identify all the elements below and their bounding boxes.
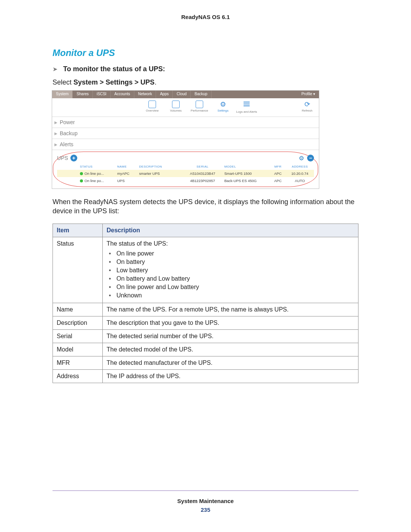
col-name: NAME: [115, 163, 137, 170]
ups-label: UPS: [57, 155, 68, 161]
panel-backup[interactable]: ▶ Backup: [52, 128, 319, 139]
info-desc: The detected serial number of the UPS.: [103, 329, 358, 343]
info-desc: The detected manufacturer of the UPS.: [103, 356, 358, 369]
logs-label: Logs and Alerts: [236, 110, 257, 113]
info-th-desc: Description: [103, 224, 358, 237]
status-bullets: On line power On battery Low battery On …: [107, 249, 354, 300]
tab-apps[interactable]: Apps: [156, 91, 173, 98]
ups-section: UPS + ⚙ − STATUS NAME DESCRIPTION SERIAL…: [53, 152, 318, 187]
tab-cloud[interactable]: Cloud: [173, 91, 191, 98]
bullet-item: On line power and Low battery: [107, 283, 354, 291]
tab-backup[interactable]: Backup: [191, 91, 211, 98]
footer-page-number: 235: [53, 506, 358, 513]
info-desc: The IP address of the UPS.: [103, 369, 358, 383]
panel-power-label: Power: [60, 119, 75, 125]
caret-right-icon: ▶: [54, 142, 57, 147]
section-title: Monitor a UPS: [53, 48, 358, 58]
info-row: Address The IP address of the UPS.: [53, 369, 358, 383]
info-item: MFR: [53, 356, 103, 369]
tab-iscsi[interactable]: iSCSI: [93, 91, 111, 98]
ups-table: STATUS NAME DESCRIPTION SERIAL MODEL MFR…: [57, 163, 314, 184]
task-text: To monitor the status of a UPS:: [63, 65, 165, 73]
ups-row-description: [137, 177, 183, 184]
col-serial: SERIAL: [183, 163, 222, 170]
panel-power[interactable]: ▶ Power: [52, 117, 319, 128]
ups-row[interactable]: On line po... UPS 4B1223P02857 Back-UPS …: [57, 177, 314, 184]
ups-row-name: myAPC: [115, 170, 137, 177]
ups-table-header-row: STATUS NAME DESCRIPTION SERIAL MODEL MFR…: [57, 163, 314, 170]
ups-row-serial: AS1043123B47: [183, 170, 222, 177]
refresh-label: Refresh: [302, 109, 312, 112]
info-item: Status: [53, 237, 103, 303]
bullet-item: On battery and Low battery: [107, 275, 354, 283]
ups-header: UPS + ⚙ −: [57, 153, 314, 163]
doc-header: ReadyNAS OS 6.1: [53, 14, 358, 20]
info-row: Name The name of the UPS. For a remote U…: [53, 303, 358, 316]
volumes-label: Volumes: [170, 109, 182, 112]
info-item: Name: [53, 303, 103, 316]
overview-label: Overview: [146, 109, 158, 112]
info-row: Description The description that you gav…: [53, 316, 358, 329]
body-paragraph: When the ReadyNAS system detects the UPS…: [53, 197, 358, 216]
info-desc-text: The status of the UPS:: [107, 240, 168, 247]
instruction-line: Select System > Settings > UPS.: [53, 78, 358, 86]
ups-row-name: UPS: [115, 177, 137, 184]
info-desc: The status of the UPS: On line power On …: [103, 237, 358, 303]
overview-icon: [148, 101, 156, 108]
status-dot-icon: [80, 179, 83, 182]
info-table: Item Description Status The status of th…: [53, 224, 358, 383]
refresh-icon: ⟳: [303, 101, 311, 108]
remove-ups-button[interactable]: −: [307, 155, 314, 161]
ups-settings-button[interactable]: ⚙: [299, 155, 304, 162]
col-address: ADDRESS: [286, 163, 314, 170]
caret-right-icon: ▶: [54, 131, 57, 136]
col-description: DESCRIPTION: [137, 163, 183, 170]
ups-row-address: AUTO: [286, 177, 314, 184]
col-model: MODEL: [222, 163, 270, 170]
ups-row-mfr: APC: [270, 170, 286, 177]
ups-row-status: On line po...: [84, 171, 104, 176]
instruction-path: System > Settings > UPS: [73, 78, 155, 86]
col-mfr: MFR: [270, 163, 286, 170]
toolbar-volumes[interactable]: Volumes: [164, 98, 188, 117]
caret-right-icon: ▶: [54, 120, 57, 125]
info-row: MFR The detected manufacturer of the UPS…: [53, 356, 358, 369]
ups-row-model: Smart-UPS 1500: [222, 170, 270, 177]
tab-system[interactable]: System: [52, 91, 73, 98]
performance-label: Performance: [191, 109, 208, 112]
ups-row-serial: 4B1223P02857: [183, 177, 222, 184]
footer-rule: [53, 490, 358, 491]
info-row: Status The status of the UPS: On line po…: [53, 237, 358, 303]
settings-label: Settings: [218, 109, 229, 112]
ups-row-model: Back-UPS ES 450G: [222, 177, 270, 184]
arrow-icon: ➤: [53, 66, 57, 72]
add-ups-button[interactable]: +: [70, 155, 77, 161]
tab-network[interactable]: Network: [134, 91, 156, 98]
profile-menu[interactable]: Profile ▾: [298, 91, 319, 98]
info-item: Address: [53, 369, 103, 383]
bullet-item: Low battery: [107, 266, 354, 275]
ups-row[interactable]: On line po... myAPC smarter UPS AS104312…: [57, 170, 314, 177]
instruction-prefix: Select: [53, 78, 73, 86]
bullet-item: On line power: [107, 249, 354, 258]
toolbar-overview[interactable]: Overview: [140, 98, 164, 117]
bullet-item: On battery: [107, 258, 354, 266]
ups-row-description: smarter UPS: [137, 170, 183, 177]
panel-backup-label: Backup: [60, 130, 78, 136]
performance-icon: [196, 101, 203, 108]
toolbar-performance[interactable]: Performance: [188, 98, 211, 117]
panel-alerts[interactable]: ▶ Alerts: [52, 139, 319, 150]
instruction-suffix: .: [155, 78, 156, 86]
toolbar-logs[interactable]: Logs and Alerts: [235, 98, 258, 117]
tab-shares[interactable]: Shares: [73, 91, 93, 98]
gear-icon: ⚙: [219, 101, 227, 108]
ups-row-status: On line po...: [84, 179, 104, 183]
info-row: Model The detected model of the UPS.: [53, 343, 358, 356]
info-row: Serial The detected serial number of the…: [53, 329, 358, 343]
tab-accounts[interactable]: Accounts: [111, 91, 134, 98]
task-line: ➤ To monitor the status of a UPS:: [53, 65, 358, 73]
info-desc: The detected model of the UPS.: [103, 343, 358, 356]
status-dot-icon: [80, 172, 83, 175]
toolbar-settings[interactable]: ⚙ Settings: [211, 98, 235, 117]
toolbar-refresh[interactable]: ⟳ Refresh: [295, 98, 319, 117]
